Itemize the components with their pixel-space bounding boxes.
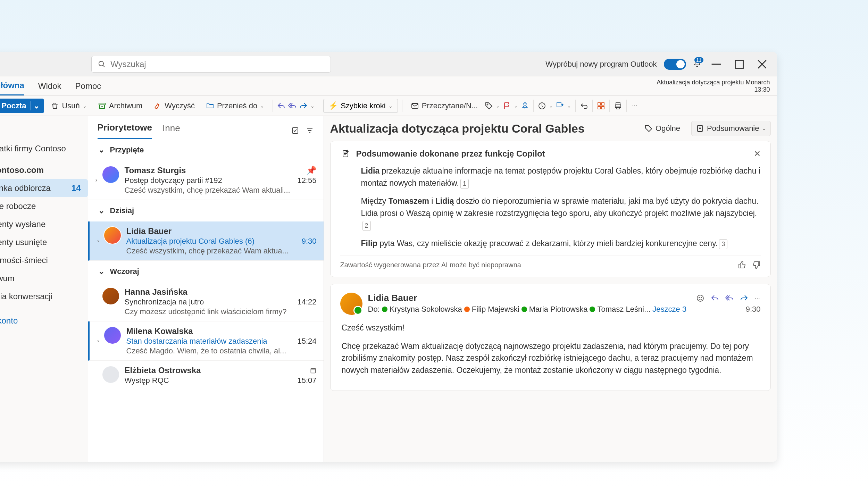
- quick-steps-button[interactable]: ⚡ Szybkie kroki ⌄: [323, 99, 398, 113]
- pin-icon[interactable]: 📌: [306, 166, 317, 175]
- minimize-button[interactable]: [708, 56, 724, 72]
- tab-view[interactable]: Widok: [38, 77, 61, 95]
- read-unread-button[interactable]: Przeczytane/N...: [407, 99, 482, 113]
- mail-item[interactable]: Hanna Jasińska Synchronizacja na jutro14…: [88, 282, 324, 321]
- reading-pane: Aktualizacja dotycząca projektu Coral Ga…: [324, 116, 777, 462]
- citation[interactable]: 2: [362, 221, 371, 231]
- rules-icon[interactable]: [556, 102, 564, 110]
- sidebar-item[interactable]: e: [0, 122, 88, 140]
- svg-point-29: [697, 295, 703, 301]
- sidebar-item-junk[interactable]: domości-śmieci: [0, 251, 88, 269]
- recipient[interactable]: Tomasz Leśni...: [597, 305, 650, 314]
- sidebar-account[interactable]: Contoso.com: [0, 161, 88, 179]
- sidebar-item[interactable]: ydatki firmy Contoso: [0, 140, 88, 158]
- copilot-paragraph: Filip pyta Was, czy mieliście okazję pra…: [340, 237, 761, 250]
- summary-button[interactable]: Podsumowanie ⌄: [691, 121, 770, 136]
- presence-icon: [590, 307, 595, 312]
- message-card: Lidia Bauer ⋯ Do: Krystyna Sokoł: [330, 284, 771, 391]
- chevron-down-icon[interactable]: ⌄: [30, 101, 40, 110]
- mail-time: 14:22: [297, 298, 316, 307]
- separator: [273, 100, 273, 112]
- select-icon[interactable]: [291, 126, 299, 135]
- close-icon[interactable]: ✕: [754, 149, 761, 159]
- chevron-down-icon: ⌄: [549, 103, 553, 109]
- citation[interactable]: 1: [460, 179, 469, 189]
- archive-label: Archiwum: [109, 101, 143, 110]
- sidebar-item-deleted[interactable]: menty usunięte: [0, 233, 88, 251]
- more-icon[interactable]: ⋯: [754, 295, 761, 301]
- tab-other[interactable]: Inne: [162, 123, 180, 139]
- search-box[interactable]: [91, 56, 331, 73]
- reply-all-icon[interactable]: [288, 102, 297, 110]
- tag-icon[interactable]: [485, 102, 493, 110]
- thumbs-up-icon[interactable]: [738, 261, 746, 269]
- apps-icon[interactable]: [597, 102, 605, 110]
- svg-rect-11: [557, 103, 561, 107]
- reply-icon[interactable]: [277, 102, 285, 110]
- emoji-icon[interactable]: [696, 294, 704, 302]
- reply-icon[interactable]: [711, 294, 719, 302]
- undo-icon[interactable]: [580, 102, 588, 110]
- mail-item[interactable]: › Tomasz Sturgis📌 Postęp dotyczący parti…: [88, 161, 324, 200]
- delete-button[interactable]: Usuń ⌄: [47, 99, 91, 113]
- section-today[interactable]: ⌄Dzisiaj: [88, 200, 324, 221]
- sidebar-item-drafts[interactable]: rsje robocze: [0, 197, 88, 215]
- thumbs-down-icon[interactable]: [752, 261, 761, 269]
- recipient[interactable]: Filip Majewski: [472, 305, 519, 314]
- mail-from: Milena Kowalska: [126, 326, 193, 336]
- try-outlook-toggle[interactable]: [664, 59, 686, 70]
- more-recipients[interactable]: Jeszcze 3: [652, 305, 686, 314]
- archive-button[interactable]: Archiwum: [94, 99, 147, 113]
- reply-all-icon[interactable]: [725, 294, 734, 302]
- pin-icon[interactable]: [521, 102, 529, 110]
- mail-from: Elżbieta Ostrowska: [125, 366, 201, 375]
- separator: [592, 100, 593, 112]
- print-icon[interactable]: [614, 102, 622, 110]
- mail-item[interactable]: Elżbieta Ostrowska Występ RQC15:07: [88, 361, 324, 390]
- read-unread-label: Przeczytane/N...: [422, 101, 478, 110]
- section-yesterday[interactable]: ⌄Wczoraj: [88, 261, 324, 282]
- flag-icon[interactable]: [503, 102, 511, 110]
- more-icon[interactable]: ⋯: [631, 102, 639, 110]
- envelope-icon: [411, 102, 419, 110]
- message-body: Cześć wszystkim! Chcę przekazać Wam aktu…: [340, 322, 761, 376]
- sidebar-item-history[interactable]: toria konwersacji: [0, 287, 88, 305]
- tab-home[interactable]: na główna: [0, 76, 24, 95]
- separator: [402, 100, 402, 112]
- mail-item[interactable]: › Milena Kowalska Stan dostarczania mate…: [88, 321, 324, 361]
- category-general[interactable]: Ogólne: [640, 121, 684, 136]
- ticker-icon[interactable]: [771, 82, 777, 90]
- recipient[interactable]: Krystyna Sokołowska: [390, 305, 462, 314]
- delete-label: Usuń: [62, 101, 80, 110]
- citation[interactable]: 3: [719, 239, 727, 249]
- expand-icon[interactable]: ›: [93, 226, 103, 255]
- section-pinned[interactable]: ⌄Przypięte: [88, 139, 324, 161]
- lightning-icon: ⚡: [328, 101, 338, 110]
- folder-move-icon: [206, 102, 214, 110]
- sidebar-item-archive[interactable]: hiwum: [0, 269, 88, 287]
- mail-preview: Cześć Magdo. Wiem, że to ostatnia chwila…: [126, 346, 317, 355]
- search-input[interactable]: [110, 59, 324, 69]
- folder-sidebar: e ydatki firmy Contoso Contoso.com zynka…: [0, 116, 88, 462]
- forward-icon[interactable]: [299, 102, 308, 110]
- filter-icon[interactable]: [306, 126, 314, 135]
- new-mail-button[interactable]: Poczta ⌄: [0, 99, 44, 113]
- forward-icon[interactable]: [740, 294, 748, 302]
- sidebar-add-account[interactable]: e konto: [0, 312, 88, 330]
- notifications-button[interactable]: 11: [693, 59, 701, 69]
- sweep-button[interactable]: Wyczyść: [149, 99, 199, 113]
- mail-item-selected[interactable]: › Lidia Bauer Aktualizacja projektu Cora…: [88, 221, 324, 261]
- new-mail-label: Poczta: [2, 101, 26, 110]
- maximize-button[interactable]: [731, 56, 747, 72]
- close-button[interactable]: [754, 56, 770, 72]
- move-button[interactable]: Przenieś do ⌄: [202, 99, 268, 113]
- tab-focused[interactable]: Priorytetowe: [98, 122, 152, 139]
- sidebar-item-sent[interactable]: menty wysłane: [0, 215, 88, 233]
- snooze-icon[interactable]: [538, 102, 546, 110]
- sidebar-item-inbox[interactable]: zynka odbiorcza14: [0, 179, 88, 197]
- recipient[interactable]: Maria Piotrowska: [529, 305, 588, 314]
- expand-icon[interactable]: ›: [91, 166, 102, 195]
- tab-help[interactable]: Pomoc: [75, 77, 101, 95]
- expand-icon[interactable]: ›: [93, 326, 103, 355]
- mail-time: 15:07: [297, 376, 316, 385]
